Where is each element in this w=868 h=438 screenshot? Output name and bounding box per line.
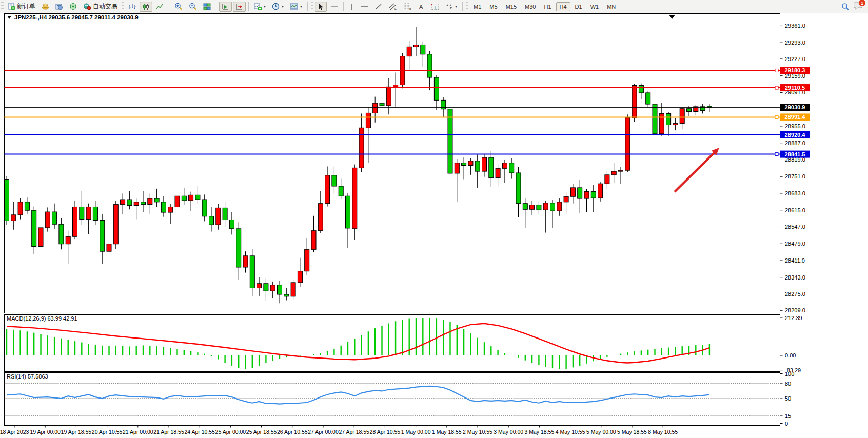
new-order-button[interactable]: 新订单	[5, 1, 38, 12]
svg-text:15: 15	[785, 413, 791, 419]
market-watch-button[interactable]	[39, 2, 52, 11]
trendline-icon	[374, 3, 382, 10]
text-label-tool-button[interactable]: T	[428, 2, 442, 12]
trendline-tool-button[interactable]	[372, 2, 385, 12]
clock-icon	[272, 3, 280, 10]
svg-text:28683.0: 28683.0	[785, 190, 805, 196]
svg-text:29361.0: 29361.0	[785, 23, 805, 29]
timeframe-button-m15[interactable]: M15	[502, 2, 520, 11]
shapes-icon	[445, 3, 453, 10]
svg-text:RSI(14) 57.5863: RSI(14) 57.5863	[7, 373, 48, 380]
svg-text:2 May 10:55: 2 May 10:55	[463, 429, 492, 435]
svg-text:18 Apr 2023: 18 Apr 2023	[0, 429, 29, 435]
main-panel	[5, 14, 780, 313]
notification-count-badge: 1	[859, 0, 865, 6]
timeframe-button-mn[interactable]: MN	[603, 2, 619, 11]
timeframe-button-m1[interactable]: M1	[470, 2, 485, 11]
fibonacci-icon: F	[403, 3, 412, 10]
cursor-tool-button[interactable]	[315, 2, 327, 12]
chart-shift-button[interactable]	[233, 2, 246, 12]
broadcast-icon	[69, 3, 77, 10]
line-chart-mode-button[interactable]	[153, 2, 166, 12]
text-icon: A	[418, 3, 425, 10]
svg-text:21 Apr 00:00: 21 Apr 00:00	[123, 429, 153, 435]
svg-text:212.39: 212.39	[785, 315, 802, 321]
bar-chart-mode-button[interactable]	[126, 2, 139, 12]
rsi-panel	[5, 373, 780, 426]
svg-text:1 May 00:00: 1 May 00:00	[401, 429, 431, 435]
application-window: 新订单	[0, 0, 868, 438]
price-axis: 29361.029293.029227.029159.029091.028955…	[780, 23, 805, 313]
search-icon[interactable]	[841, 3, 850, 11]
text-tool-button[interactable]: A	[416, 2, 427, 12]
toolbar-separator	[307, 2, 308, 11]
auto-trading-label: 自动交易	[93, 2, 117, 11]
svg-text:28343.0: 28343.0	[785, 274, 805, 281]
strategy-tester-button[interactable]	[67, 1, 80, 12]
zoom-out-icon	[189, 3, 197, 10]
toolbar-separator	[216, 2, 216, 11]
svg-text:T: T	[433, 4, 437, 9]
toolbar-grip	[122, 2, 124, 11]
toolbar-grip	[1, 2, 4, 11]
toolbar-separator	[343, 2, 344, 11]
svg-text:28275.0: 28275.0	[785, 291, 805, 297]
svg-text:0.00: 0.00	[785, 352, 796, 359]
crosshair-icon	[330, 3, 338, 10]
svg-text:3 May 00:00: 3 May 00:00	[494, 429, 523, 435]
arrows-tool-button[interactable]: ▾	[443, 2, 460, 12]
horizontal-line-tool-button[interactable]	[358, 2, 371, 12]
tile-windows-button[interactable]	[201, 2, 213, 12]
timeframe-button-d1[interactable]: D1	[571, 2, 586, 11]
timeframe-button-m5[interactable]: M5	[486, 2, 501, 11]
svg-text:28547.0: 28547.0	[785, 224, 805, 230]
chart-title: JPN225-,H4 29035.6 29045.7 29011.4 29030…	[7, 14, 139, 21]
auto-scroll-button[interactable]	[219, 2, 232, 12]
data-window-button[interactable]	[53, 2, 66, 12]
svg-text:28841.5: 28841.5	[785, 151, 805, 157]
toolbar-grip	[466, 2, 468, 11]
vertical-line-tool-button[interactable]	[346, 2, 357, 12]
data-window-icon	[55, 3, 63, 10]
gold-icon	[42, 3, 49, 10]
template-icon	[290, 3, 298, 10]
notifications-button[interactable]: 1	[854, 2, 863, 11]
fibonacci-tool-button[interactable]: F	[401, 1, 415, 12]
toolbar-right-group: 1	[841, 2, 863, 11]
dropdown-caret-icon: ▾	[300, 4, 302, 9]
auto-trading-icon	[83, 3, 91, 10]
crosshair-tool-button[interactable]	[328, 2, 341, 12]
svg-text:19 Apr 00:00: 19 Apr 00:00	[30, 429, 61, 435]
chart-canvas[interactable]: 29361.029293.029227.029159.029091.028955…	[0, 0, 868, 438]
dropdown-caret-icon: ▾	[455, 4, 457, 9]
timeframe-toolbar: M1M5M15M30H1H4D1W1MN	[469, 2, 620, 11]
timeframe-button-w1[interactable]: W1	[587, 2, 603, 11]
timeframe-button-m30[interactable]: M30	[521, 2, 539, 11]
templates-button[interactable]: ▾	[287, 2, 305, 11]
svg-text:28955.0: 28955.0	[785, 123, 805, 129]
svg-text:100: 100	[785, 371, 794, 377]
new-chart-button[interactable]: ▾	[251, 2, 268, 12]
periods-button[interactable]: ▾	[269, 1, 286, 12]
svg-text:29293.0: 29293.0	[785, 39, 805, 46]
svg-text:28615.0: 28615.0	[785, 207, 805, 213]
new-order-icon	[8, 3, 15, 10]
dropdown-caret-icon: ▾	[282, 4, 284, 9]
auto-trading-button[interactable]: 自动交易	[81, 1, 120, 12]
zoom-out-button[interactable]	[186, 1, 200, 12]
svg-text:29110.5: 29110.5	[785, 85, 805, 91]
svg-text:28 Apr 10:55: 28 Apr 10:55	[370, 429, 401, 435]
svg-text:5 May 18:55: 5 May 18:55	[617, 429, 647, 435]
candlestick-mode-button[interactable]	[140, 2, 152, 12]
zoom-in-button[interactable]	[172, 1, 185, 12]
toolbar-grip	[311, 2, 313, 11]
svg-text:0: 0	[785, 421, 788, 427]
channel-tool-button[interactable]: E	[386, 1, 400, 12]
svg-text:28887.0: 28887.0	[785, 140, 805, 146]
timeframe-button-h1[interactable]: H1	[540, 2, 555, 11]
time-axis: 18 Apr 202319 Apr 00:0019 Apr 18:5520 Ap…	[0, 426, 678, 435]
horizontal-line-icon	[360, 3, 368, 10]
svg-text:19 Apr 18:55: 19 Apr 18:55	[61, 429, 92, 435]
svg-text:20 Apr 10:55: 20 Apr 10:55	[92, 429, 123, 435]
timeframe-button-h4[interactable]: H4	[556, 2, 570, 11]
